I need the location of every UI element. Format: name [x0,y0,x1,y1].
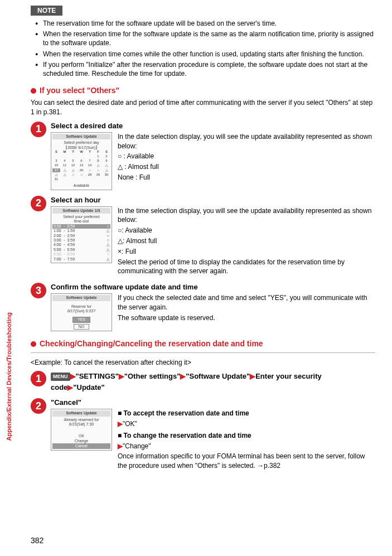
nav-part: "Other settings" [124,372,180,380]
opt-change: Change [52,438,110,443]
time-status: ○ [107,238,109,243]
note-item: If you perform "Initialize" after the re… [35,60,375,78]
legend-almost-full: △: Almost full [118,236,375,246]
screen-line: 8/23(Sat) 7:30 [52,422,110,427]
intro-text: You can select the desired date and peri… [31,98,375,117]
section-heading-check: Checking/Changing/Canceling the reservat… [31,339,375,348]
change-desc: Once information specific to your FOMA t… [118,452,375,471]
time-range: 0:00 － 0:59 [54,224,75,229]
step-3: 3 Confirm the software update date and t… [31,283,375,331]
time-status: △ [107,257,109,262]
cal-cell [52,154,60,158]
step-description: If you check the selected date and time … [118,293,375,323]
time-row: 2:00 － 2:59○ [52,234,110,238]
cal-cell: △ [52,173,60,177]
cal-cell: ○ [94,168,102,172]
nav-arrow-icon: ▶ [118,442,123,450]
time-row: 7:00 － 7:59△ [52,257,110,262]
desc-text: In the time selection display, you will … [118,206,375,225]
confirm-screen: Software Update Reserve for 8/17(Sun) 0:… [51,293,112,331]
time-row: 4:00 － 4:59△ [52,243,110,247]
cal-cell: 20 [78,168,85,172]
nav-step-1: 1 MENU▶"SETTINGS"▶"Other settings"▶"Soft… [31,371,375,393]
cal-cell: 12 [69,163,77,167]
nav-arrow-icon: ▶ [119,372,124,380]
cal-cell: 6 [78,159,85,163]
cancel-screen: Software Update Already reserved for 8/2… [51,409,112,450]
cal-cell: △ [103,163,110,167]
desc-text: The software update is reserved. [118,313,375,323]
cal-day: T [86,150,94,154]
cal-cell: △ [103,168,110,172]
step-number-icon: 3 [31,283,46,298]
nav-arrow-icon: ▶ [250,372,255,380]
cal-cell: ○ [69,173,77,177]
time-row: 3:00 － 3:59○ [52,238,110,243]
page-number: 382 [31,536,43,545]
note-item: When the reservation time comes while th… [35,50,375,59]
cal-cell: 31 [52,177,60,181]
cal-cell: 29 [94,173,102,177]
step-number-icon: 2 [31,398,46,414]
desc-text: In the date selection display, you will … [118,132,375,151]
cal-day: S [52,150,60,154]
screen-line: Select preferred day [52,141,110,145]
section-heading-others: If you select "Others" [31,86,375,95]
cal-cell: 28 [86,173,94,177]
screen-header: Software Update [52,295,110,301]
bullet-icon [31,341,36,347]
time-status: × [107,252,109,257]
time-row: 5:00 － 5:59△ [52,248,110,252]
note-badge: NOTE [31,6,62,16]
cal-cell: 4 [61,159,69,163]
cal-cell: 30 [103,173,110,177]
step-title: Select an hour [51,196,375,204]
time-range: 4:00 － 4:59 [54,243,75,247]
time-status: △ [107,248,109,252]
step-description: In the time selection display, you will … [118,206,375,278]
step-number-icon: 1 [31,371,46,386]
time-row-selected: 0:00 － 0:59○ [52,224,110,229]
cal-cell: △ [69,168,77,172]
cal-cell: 14 [86,163,94,167]
cal-cell [61,154,69,158]
screen-line: Reserve for [52,304,110,309]
time-status: △ [107,243,109,247]
cal-cell: △ [61,173,69,177]
cal-cell: 5 [69,159,77,163]
nav-path: MENU▶"SETTINGS"▶"Other settings"▶"Softwa… [51,371,375,393]
step-number-icon: 2 [31,196,46,211]
cal-cell: ○ [86,168,94,172]
note-item: When the reservation time for the softwa… [35,30,375,47]
nav-arrow-icon: ▶ [67,383,73,391]
cal-cell [86,154,94,158]
no-button: NO [74,324,90,330]
time-range: 3:00 － 3:59 [54,238,75,243]
opt-ok: OK [52,433,110,438]
section-rule [31,352,375,353]
menu-badge: MENU [51,373,70,381]
cal-cell: 8 [94,159,102,163]
hour-select-screen: Software Update 1/3 Select your preferre… [51,206,112,263]
cancel-step-2: 2 "Cancel" Software Update Already reser… [31,398,375,472]
legend-available: ○: Available [118,226,375,235]
step-title: Select a desired date [51,122,375,130]
cal-cell: △ [94,163,102,167]
cal-cell: 9 [103,159,110,163]
nav-arrow-icon: ▶ [180,372,186,380]
cal-day: S [103,150,110,154]
time-range: 1:00 － 1:59 [54,229,75,233]
side-tab: Appendix/External Devices/Troubleshootin… [6,312,12,441]
step-description: ■ To accept the reservation date and tim… [118,409,375,472]
accept-heading: ■ To accept the reservation date and tim… [118,409,375,418]
time-status: ○ [107,234,109,238]
cal-cell: 10 [52,163,60,167]
change-action: "Change" [123,442,151,450]
screen-line: 【2008/ 8/17(Sun)】 [52,146,110,150]
note-item: The reservation time for the software up… [35,19,375,28]
example-text: <Example: To cancel the reservation afte… [31,359,375,366]
cal-cell [78,154,85,158]
step-description: In the date selection display, you will … [118,132,375,183]
screen-header: Software Update 1/3 [52,208,110,214]
cal-cell: 3 [52,159,60,163]
